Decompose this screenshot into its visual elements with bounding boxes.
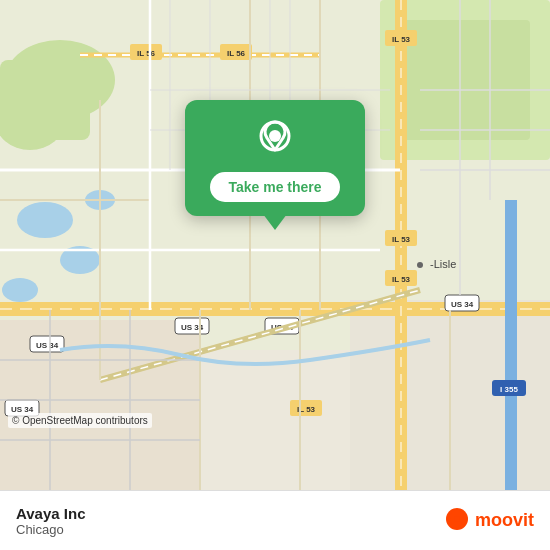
svg-text:IL 56: IL 56	[227, 49, 246, 58]
svg-text:IL 53: IL 53	[392, 235, 411, 244]
popup-card: Take me there	[185, 100, 365, 216]
svg-text:I 355: I 355	[500, 385, 518, 394]
svg-text:IL 53: IL 53	[392, 275, 411, 284]
svg-text:US 34: US 34	[451, 300, 474, 309]
bottom-bar: Avaya Inc Chicago moovit	[0, 490, 550, 550]
svg-point-4	[17, 202, 73, 238]
place-name: Avaya Inc	[16, 505, 86, 522]
svg-text:IL 56: IL 56	[137, 49, 156, 58]
location-pin-icon	[253, 118, 297, 162]
svg-rect-9	[400, 20, 530, 140]
svg-text:-Lisle: -Lisle	[430, 258, 456, 270]
moovit-logo: moovit	[443, 507, 534, 535]
place-info: Avaya Inc Chicago	[16, 505, 86, 537]
take-me-there-button[interactable]: Take me there	[210, 172, 339, 202]
svg-point-6	[2, 278, 38, 302]
moovit-text: moovit	[475, 510, 534, 531]
svg-rect-3	[0, 60, 90, 140]
svg-point-78	[454, 516, 460, 522]
map-container: IL 56 IL 56 US 34 US 34 US 34 IL 53 IL 5…	[0, 0, 550, 490]
map-attribution: © OpenStreetMap contributors	[8, 413, 152, 428]
svg-text:IL 53: IL 53	[392, 35, 411, 44]
svg-point-57	[417, 262, 423, 268]
place-city: Chicago	[16, 522, 86, 537]
svg-point-75	[269, 130, 281, 142]
moovit-icon	[443, 507, 471, 535]
svg-text:US 34: US 34	[36, 341, 59, 350]
svg-rect-35	[505, 200, 517, 490]
